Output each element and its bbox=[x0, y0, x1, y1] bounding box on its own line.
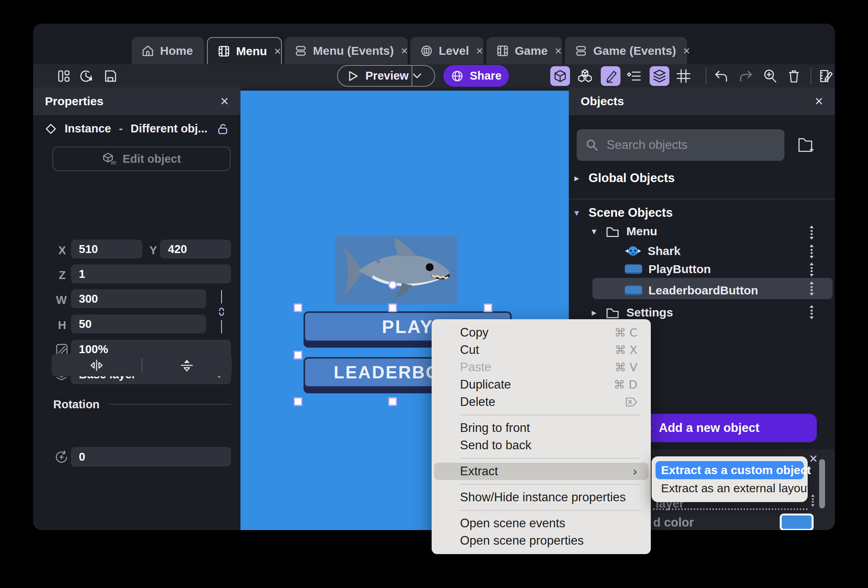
h-input[interactable] bbox=[71, 314, 206, 333]
submenu-item-extract-external-layout[interactable]: Extract as an external layout bbox=[656, 479, 804, 497]
selection-handle[interactable] bbox=[294, 303, 302, 312]
close-objects-icon[interactable]: × bbox=[815, 94, 823, 108]
x-input[interactable] bbox=[71, 240, 142, 259]
properties-panel: Properties × Instance - Different obj...… bbox=[33, 87, 240, 530]
chevron-right-icon: ▸ bbox=[589, 307, 599, 318]
unlock-icon[interactable] bbox=[217, 123, 229, 135]
submenu-chevron-icon: › bbox=[633, 465, 637, 478]
tab-menu[interactable]: Menu × bbox=[207, 37, 282, 64]
menu-item-send-to-back[interactable]: Send to back bbox=[432, 437, 651, 454]
level-icon bbox=[420, 44, 433, 58]
menu-item-open-scene-properties[interactable]: Open scene properties bbox=[432, 532, 651, 549]
tab-level[interactable]: Level × bbox=[410, 37, 484, 64]
toolbar-divider bbox=[810, 67, 811, 85]
flip-horizontal-button[interactable] bbox=[52, 354, 142, 376]
tree-folder-settings[interactable]: ▸ Settings bbox=[589, 306, 673, 319]
instance-properties-icon[interactable] bbox=[626, 68, 642, 84]
menu-item-delete[interactable]: Delete bbox=[432, 393, 651, 411]
play-button-label: PLAY bbox=[382, 316, 433, 337]
shark-sprite[interactable] bbox=[335, 236, 457, 304]
menu-shortcut: ⌘ D bbox=[613, 378, 637, 391]
preview-button[interactable]: Preview bbox=[337, 65, 435, 87]
tab-label: Game (Events) bbox=[593, 44, 676, 58]
properties-title: Properties bbox=[45, 95, 103, 108]
menu-item-extract[interactable]: Extract › bbox=[434, 463, 648, 480]
menu-divider bbox=[460, 415, 640, 415]
tree-object-playbutton[interactable]: PlayButton bbox=[625, 262, 711, 276]
share-button[interactable]: Share bbox=[443, 65, 509, 87]
menu-item-open-scene-events[interactable]: Open scene events bbox=[432, 515, 651, 532]
button-object-icon bbox=[625, 264, 642, 274]
close-properties-icon[interactable]: × bbox=[220, 94, 229, 108]
global-objects-section[interactable]: ▸ Global Objects bbox=[572, 171, 675, 185]
tab-game[interactable]: Game × bbox=[486, 37, 562, 64]
tab-label: Game bbox=[515, 44, 548, 58]
selection-handle[interactable] bbox=[388, 303, 397, 312]
color-swatch[interactable] bbox=[780, 514, 814, 530]
objects-divider bbox=[569, 199, 835, 199]
tab-home[interactable]: Home bbox=[132, 37, 204, 64]
edit-object-button[interactable]: 2D Edit object bbox=[52, 147, 231, 171]
history-icon[interactable] bbox=[78, 68, 94, 84]
row-menu-icon[interactable] bbox=[808, 225, 815, 240]
rotate-handle[interactable] bbox=[388, 281, 397, 289]
toolbar: Preview Share bbox=[33, 64, 835, 87]
panel-scrollbar[interactable] bbox=[819, 459, 825, 508]
instances-tool-icon[interactable] bbox=[577, 68, 593, 84]
close-tab-icon[interactable]: × bbox=[476, 44, 483, 58]
objects-tool-icon[interactable] bbox=[550, 66, 570, 86]
row-menu-icon[interactable] bbox=[810, 493, 816, 508]
globe-icon bbox=[451, 70, 464, 82]
close-tab-icon[interactable]: × bbox=[683, 44, 690, 58]
rotation-input[interactable] bbox=[71, 447, 231, 467]
chevron-down-icon: ▾ bbox=[572, 207, 581, 218]
search-objects-input[interactable] bbox=[607, 138, 776, 152]
edit-tool-icon[interactable] bbox=[601, 66, 620, 86]
folder-icon bbox=[605, 306, 620, 319]
submenu-item-extract-custom-object[interactable]: Extract as a custom object bbox=[656, 461, 804, 479]
grid-icon[interactable] bbox=[676, 68, 691, 84]
selection-handle[interactable] bbox=[294, 351, 302, 359]
row-menu-icon[interactable] bbox=[808, 304, 815, 320]
tree-folder-menu[interactable]: ▾ Menu bbox=[589, 225, 657, 238]
tab-menu-events[interactable]: Menu (Events) × bbox=[285, 37, 408, 64]
z-input[interactable] bbox=[71, 264, 231, 283]
tab-game-events[interactable]: Game (Events) × bbox=[565, 37, 687, 64]
preview-options-chevron-icon[interactable] bbox=[412, 73, 434, 79]
row-menu-icon[interactable] bbox=[808, 244, 815, 259]
close-tab-icon[interactable]: × bbox=[274, 45, 281, 58]
undo-icon[interactable] bbox=[713, 68, 729, 84]
flip-vertical-button[interactable] bbox=[142, 354, 232, 376]
trash-icon[interactable] bbox=[786, 68, 802, 84]
redo-icon[interactable] bbox=[738, 68, 754, 84]
menu-item-show-hide-instance-properties[interactable]: Show/Hide instance properties bbox=[432, 489, 651, 506]
close-tab-icon[interactable]: × bbox=[555, 44, 562, 58]
menu-item-cut[interactable]: Cut ⌘ X bbox=[432, 341, 651, 359]
w-input[interactable] bbox=[71, 289, 206, 308]
edit-scene-events-icon[interactable] bbox=[818, 68, 833, 84]
save-icon[interactable] bbox=[102, 68, 118, 84]
share-label: Share bbox=[470, 69, 502, 82]
y-input[interactable] bbox=[160, 240, 231, 259]
row-menu-icon[interactable] bbox=[808, 262, 815, 277]
extract-submenu: Extract as a custom object Extract as an… bbox=[652, 456, 808, 502]
add-folder-icon[interactable] bbox=[796, 134, 815, 154]
tree-object-leaderboardbutton[interactable]: LeaderboardButton bbox=[625, 284, 758, 297]
layers-tool-icon[interactable] bbox=[650, 66, 669, 86]
row-menu-icon[interactable] bbox=[808, 281, 815, 296]
selection-handle[interactable] bbox=[484, 303, 492, 312]
scene-objects-section[interactable]: ▾ Scene Objects bbox=[572, 206, 673, 220]
menu-item-copy[interactable]: Copy ⌘ C bbox=[432, 324, 651, 341]
zoom-in-icon[interactable] bbox=[762, 68, 778, 84]
tree-object-shark[interactable]: Shark bbox=[625, 243, 680, 259]
search-objects-box[interactable] bbox=[577, 129, 784, 161]
selection-handle[interactable] bbox=[294, 397, 302, 406]
project-manager-icon[interactable] bbox=[56, 68, 72, 84]
wh-link-icon[interactable] bbox=[217, 307, 226, 317]
close-tab-icon[interactable]: × bbox=[401, 44, 408, 58]
menu-item-bring-to-front[interactable]: Bring to front bbox=[432, 419, 651, 437]
y-label: Y bbox=[149, 244, 157, 257]
menu-item-duplicate[interactable]: Duplicate ⌘ D bbox=[432, 376, 651, 393]
selection-handle[interactable] bbox=[388, 397, 397, 406]
menu-item-paste[interactable]: Paste ⌘ V bbox=[432, 359, 651, 376]
